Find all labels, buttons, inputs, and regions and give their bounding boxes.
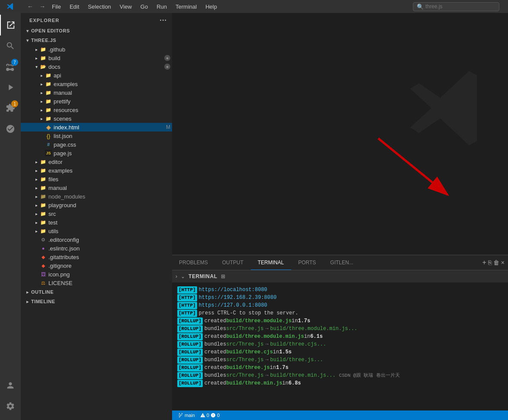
tree-item-manual-docs[interactable]: 📁 manual (21, 88, 172, 97)
tree-item-src[interactable]: 📁 src (21, 209, 172, 218)
docs-chevron (33, 63, 40, 70)
tree-item-page-js[interactable]: JS page.js (21, 149, 172, 157)
outline-section[interactable]: OUTLINE (21, 287, 172, 297)
tab-ports[interactable]: PORTS (291, 255, 323, 270)
rollup-time1: in (291, 317, 297, 325)
tree-item-editorconfig[interactable]: ⚙ .editorconfig (21, 235, 172, 244)
back-button[interactable]: ← (25, 1, 35, 12)
rollup-action2: bundles (204, 325, 226, 333)
index-html-modified: M (166, 124, 170, 130)
prettify-chevron (38, 98, 45, 105)
timeline-section[interactable]: TIMELINE (21, 297, 172, 306)
rollup-arrow4: → (265, 340, 268, 348)
build-label: build (48, 55, 60, 61)
terminal-toolbar-expand[interactable]: ⌄ (181, 273, 185, 279)
http-url2: https://192.168.2.39:8080 (199, 294, 277, 301)
http-badge: [HTTP] (177, 302, 197, 309)
tab-problems[interactable]: PROBLEMS (172, 255, 215, 270)
timeline-label: TIMELINE (31, 299, 55, 304)
tree-item-index-html[interactable]: ◈ index.html M (21, 123, 172, 131)
tree-item-icon-png[interactable]: 🖼 icon.png (21, 270, 172, 279)
rollup-dur5: 1.5s (279, 348, 292, 356)
tree-item-editor[interactable]: 📁 editor (21, 157, 172, 166)
tree-item-resources[interactable]: 📁 resources (21, 106, 172, 114)
license-label: LICENSE (48, 280, 73, 286)
forward-button[interactable]: → (37, 1, 48, 12)
titlebar-search[interactable]: 🔍 (413, 2, 499, 11)
terminal-split-icon[interactable]: ⎘ (488, 259, 492, 266)
tree-item-github[interactable]: 📁 .github (21, 45, 172, 54)
threejs-section[interactable]: THREE.JS (21, 35, 172, 45)
folder-icon: 📁 (40, 193, 47, 200)
titlebar-menu: File Edit Selection View Go Run Terminal… (48, 0, 221, 13)
activity-bar: 7 1 (0, 13, 21, 420)
tree-item-examples[interactable]: 📁 examples (21, 166, 172, 175)
terminal-close-icon[interactable]: × (501, 259, 505, 266)
rollup-action7: created (204, 364, 226, 372)
status-errors[interactable]: 0 0 (198, 413, 222, 418)
git-file-icon: ◆ (40, 253, 47, 260)
tree-item-manual[interactable]: 📁 manual (21, 183, 172, 192)
tree-item-node-modules[interactable]: 📁 node_modules (21, 192, 172, 201)
menu-selection[interactable]: Selection (83, 0, 115, 13)
tab-terminal[interactable]: TERMINAL (251, 255, 291, 270)
tree-item-eslintrc[interactable]: ● .eslintrc.json (21, 244, 172, 253)
rollup-action3: created (204, 333, 226, 340)
tree-item-examples-docs[interactable]: 📁 examples (21, 80, 172, 88)
activity-accounts[interactable] (0, 375, 21, 396)
tree-item-gitignore[interactable]: ◆ .gitignore (21, 261, 172, 270)
menu-terminal[interactable]: Terminal (171, 0, 201, 13)
tree-item-utils[interactable]: 📁 utils (21, 227, 172, 235)
tree-item-license[interactable]: ⚖ LICENSE (21, 279, 172, 287)
terminal-new-icon[interactable]: ⊞ (221, 273, 225, 279)
status-branch[interactable]: main (176, 413, 198, 418)
rollup-arrow2: → (265, 325, 268, 333)
open-editors-section[interactable]: OPEN EDITORS (21, 26, 172, 35)
terminal-line-http4: [HTTP] press CTRL-C to stop the server. (177, 309, 503, 317)
tree-item-docs[interactable]: 📂 docs ● (21, 62, 172, 71)
activity-run-debug[interactable] (0, 77, 21, 98)
folder-icon: 📁 (40, 202, 47, 208)
activity-settings[interactable] (0, 396, 21, 417)
menu-go[interactable]: Go (136, 0, 152, 13)
tree-item-playground[interactable]: 📁 playground (21, 201, 172, 209)
tree-item-page-css[interactable]: # page.css (21, 140, 172, 149)
terminal-plus-icon[interactable]: + (482, 259, 486, 266)
tree-item-api[interactable]: 📁 api (21, 71, 172, 80)
activity-search[interactable] (0, 35, 21, 56)
folder-icon: 📁 (45, 98, 52, 105)
activity-explorer[interactable] (0, 15, 21, 35)
utils-chevron (33, 228, 40, 234)
rollup-dur1: 1.7s (298, 317, 310, 325)
menu-view[interactable]: View (115, 0, 136, 13)
folder-icon: 📁 (40, 210, 47, 217)
tree-item-prettify[interactable]: 📁 prettify (21, 97, 172, 106)
folder-icon: 📁 (40, 167, 47, 174)
rollup-dur7: 1.7s (276, 364, 288, 372)
tree-item-files[interactable]: 📁 files (21, 175, 172, 183)
rollup-action4: bundles (204, 340, 226, 348)
terminal-toolbar-chevron[interactable]: › (176, 273, 177, 279)
search-input[interactable] (425, 3, 490, 10)
menu-edit[interactable]: Edit (65, 0, 83, 13)
menu-run[interactable]: Run (152, 0, 171, 13)
terminal-kill-icon[interactable]: 🗑 (493, 259, 499, 266)
activity-source-control[interactable]: 7 (0, 56, 21, 77)
tab-output[interactable]: OUTPUT (215, 255, 251, 270)
tree-item-scenes[interactable]: 📁 scenes (21, 114, 172, 123)
tree-item-list-json[interactable]: {} list.json (21, 131, 172, 140)
search-icon: 🔍 (417, 3, 424, 10)
manual-chevron (33, 184, 40, 191)
activity-remote[interactable] (0, 119, 21, 139)
editorconfig-label: .editorconfig (48, 237, 79, 243)
menu-file[interactable]: File (48, 0, 65, 13)
tree-item-gitattributes[interactable]: ◆ .gitattributes (21, 253, 172, 261)
tree-item-build[interactable]: 📁 build ● (21, 54, 172, 62)
menu-help[interactable]: Help (201, 0, 221, 13)
sidebar-more-actions[interactable]: ··· (160, 16, 167, 24)
threejs-label: THREE.JS (31, 38, 56, 43)
tab-gitlen[interactable]: GITLEN... (323, 255, 361, 270)
tree-item-test[interactable]: 📁 test (21, 218, 172, 227)
http-url3: https://127.0.0.1:8080 (199, 301, 267, 309)
activity-extensions[interactable]: 1 (0, 98, 21, 119)
